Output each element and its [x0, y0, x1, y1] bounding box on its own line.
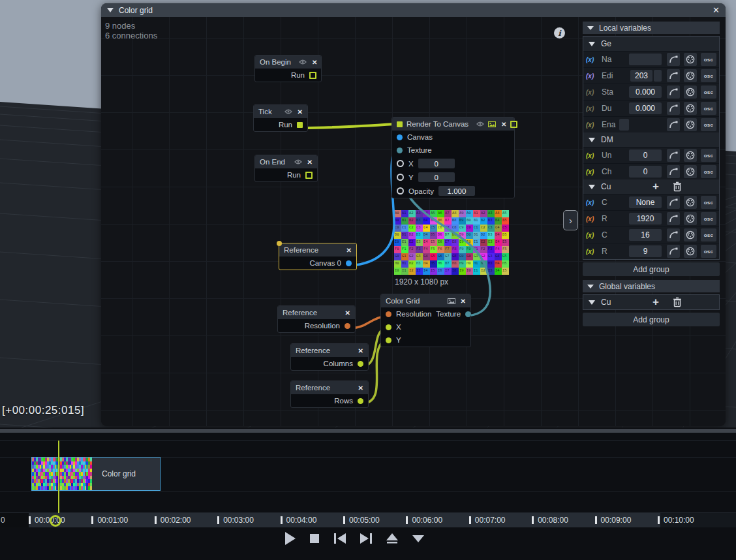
texture-input-port[interactable] [397, 148, 403, 153]
midi-icon[interactable] [684, 118, 697, 131]
curve-icon[interactable] [667, 102, 680, 115]
eye-icon[interactable] [294, 159, 302, 164]
canvas0-output-port[interactable] [346, 260, 352, 266]
curve-icon[interactable] [667, 53, 680, 66]
delete-node-icon[interactable]: ✕ [312, 59, 317, 66]
eye-icon[interactable] [299, 59, 307, 65]
variable-value-field[interactable]: 9 [629, 245, 662, 257]
variable-value-field[interactable]: 0 [629, 166, 662, 178]
node-on-end[interactable]: On End ✕ Run [254, 155, 318, 182]
run-output-port[interactable] [305, 172, 313, 179]
collapse-triangle-icon[interactable] [107, 8, 114, 12]
x-input-port[interactable] [386, 324, 391, 330]
eye-icon[interactable] [284, 109, 292, 114]
variable-value-field[interactable] [629, 54, 662, 65]
trash-icon[interactable] [673, 297, 682, 309]
texture-output-port[interactable] [465, 311, 471, 317]
delete-node-icon[interactable]: ✕ [461, 298, 466, 305]
collapse-triangle-icon[interactable] [587, 26, 594, 30]
run-output-port[interactable] [297, 122, 303, 128]
delete-node-icon[interactable]: ✕ [358, 384, 363, 392]
node-reference-columns[interactable]: Reference✕ Columns [290, 343, 369, 371]
run-output-port[interactable] [309, 72, 316, 79]
variable-group-header[interactable]: DM [583, 132, 719, 147]
osc-button[interactable]: osc [701, 53, 716, 66]
midi-icon[interactable] [684, 212, 697, 225]
osc-button[interactable]: osc [701, 212, 716, 225]
curve-icon[interactable] [667, 196, 680, 209]
collapse-triangle-icon[interactable] [589, 138, 595, 142]
curve-icon[interactable] [667, 149, 680, 162]
add-group-button-global[interactable]: Add group [583, 313, 720, 326]
osc-button[interactable]: osc [701, 228, 716, 241]
x-input-port[interactable] [397, 160, 404, 167]
columns-output-port[interactable] [358, 361, 363, 367]
plus-icon[interactable]: + [652, 180, 659, 193]
play-icon[interactable] [283, 531, 297, 546]
osc-button[interactable]: osc [701, 69, 716, 82]
curve-icon[interactable] [667, 245, 680, 258]
curve-icon[interactable] [667, 212, 680, 225]
playhead-marker-ring[interactable] [50, 515, 61, 527]
curve-icon[interactable] [667, 228, 680, 241]
osc-button[interactable]: osc [701, 149, 716, 162]
variable-value-field[interactable]: None [629, 196, 662, 208]
stop-icon[interactable] [307, 531, 322, 546]
node-color-grid[interactable]: Color Grid ✕ ResolutionTexture X Y [380, 294, 471, 347]
opacity-value-field[interactable]: 1.000 [438, 186, 475, 196]
osc-button[interactable]: osc [701, 165, 716, 178]
down-icon[interactable] [410, 531, 426, 546]
preview-toggle-image-icon[interactable] [448, 298, 455, 304]
variable-group-header[interactable]: Cu+ [583, 179, 719, 194]
playhead-line[interactable] [58, 441, 59, 514]
y-input-port[interactable] [386, 337, 391, 343]
osc-button[interactable]: osc [701, 102, 716, 115]
osc-button[interactable]: osc [701, 86, 716, 99]
node-on-begin[interactable]: On Begin ✕ Run [254, 55, 322, 82]
variable-value-field[interactable]: 203 [630, 70, 652, 82]
eye-icon[interactable] [476, 121, 484, 127]
eject-up-icon[interactable] [384, 531, 400, 546]
exec-output-port[interactable] [510, 121, 517, 128]
curve-icon[interactable] [667, 86, 680, 99]
node-render-to-canvas[interactable]: Render To Canvas ✕ Canvas Texture X0 Y0 … [391, 117, 515, 198]
variable-value-field[interactable]: 16 [629, 229, 662, 241]
midi-icon[interactable] [684, 228, 697, 241]
local-variables-header[interactable]: Local variables [583, 22, 720, 34]
variable-checkbox-field[interactable] [619, 119, 629, 131]
opacity-input-port[interactable] [397, 187, 404, 194]
delete-node-icon[interactable]: ✕ [346, 247, 352, 254]
close-icon[interactable]: ✕ [713, 6, 720, 14]
osc-button[interactable]: osc [701, 118, 716, 131]
y-input-port[interactable] [397, 174, 404, 181]
delete-node-icon[interactable]: ✕ [307, 159, 313, 166]
resolution-input-port[interactable] [386, 311, 391, 317]
node-reference-rows[interactable]: Reference✕ Rows [290, 381, 369, 408]
node-graph-canvas[interactable]: 9 nodes 6 connections i › A0A1A2A3A4A5A6… [101, 17, 726, 426]
midi-icon[interactable] [684, 86, 697, 99]
plus-icon[interactable]: + [652, 296, 659, 309]
variable-group-header[interactable]: Ge [583, 37, 719, 51]
preview-toggle-image-icon[interactable] [488, 121, 496, 127]
midi-icon[interactable] [684, 245, 697, 258]
window-titlebar[interactable]: Color grid ✕ [101, 3, 726, 17]
exec-input-port[interactable] [397, 121, 403, 127]
delete-node-icon[interactable]: ✕ [501, 121, 506, 128]
collapse-triangle-icon[interactable] [589, 42, 595, 46]
variable-value-field[interactable]: 0.000 [629, 102, 662, 114]
collapse-triangle-icon[interactable] [587, 285, 594, 288]
timeline-clip-color-grid[interactable]: Color grid [31, 457, 161, 491]
variable-value-field[interactable]: 0.000 [629, 86, 662, 98]
panel-resize-grip[interactable] [0, 429, 736, 433]
node-tick[interactable]: Tick ✕ Run [253, 104, 308, 132]
info-icon[interactable]: i [554, 27, 565, 39]
curve-icon[interactable] [667, 118, 680, 131]
trash-icon[interactable] [673, 181, 682, 194]
variable-value-field[interactable]: 1920 [629, 213, 662, 225]
canvas-input-port[interactable] [397, 134, 403, 140]
midi-icon[interactable] [684, 149, 697, 162]
variable-value-field[interactable] [654, 70, 662, 82]
node-reference-canvas0[interactable]: Reference✕ Canvas 0 [279, 243, 357, 270]
midi-icon[interactable] [684, 165, 697, 178]
delete-node-icon[interactable]: ✕ [298, 108, 303, 116]
